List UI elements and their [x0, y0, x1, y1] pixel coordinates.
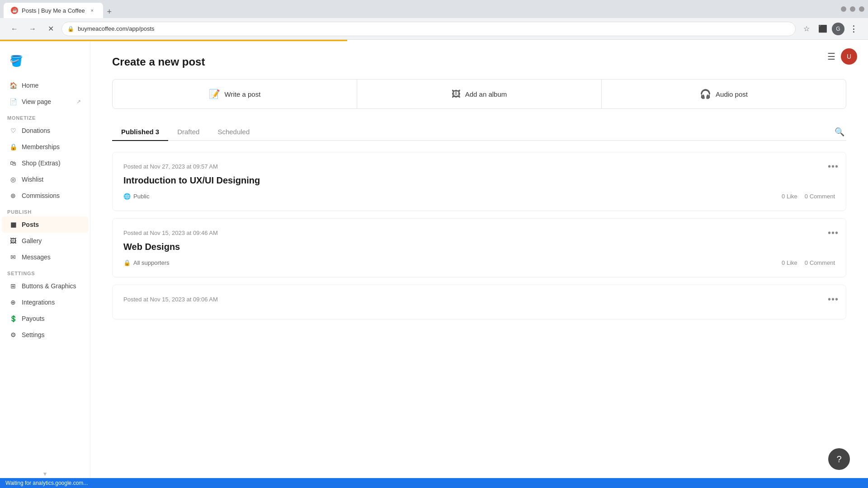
sidebar-item-posts[interactable]: ▦ Posts: [2, 216, 88, 233]
sidebar-item-settings[interactable]: ⚙ Settings: [2, 327, 88, 343]
post-stats-1: 0 Like 0 Comment: [782, 193, 835, 200]
post-meta-3: Posted at Nov 15, 2023 at 09:06 AM: [123, 296, 835, 303]
settings-icon: ⚙: [9, 331, 17, 339]
sidebar-item-integrations[interactable]: ⊕ Integrations: [2, 294, 88, 310]
post-meta-1: Posted at Nov 27, 2023 at 09:57 AM: [123, 163, 835, 170]
sidebar-item-commissions[interactable]: ⊛ Commissions: [2, 188, 88, 204]
post-likes-2: 0 Like: [782, 259, 797, 266]
sidebar-label-posts: Posts: [22, 221, 39, 228]
sidebar-label-integrations: Integrations: [22, 299, 55, 306]
url-text: buymeacoffee.com/app/posts: [78, 25, 155, 32]
post-comments-1: 0 Comment: [805, 193, 835, 200]
user-avatar[interactable]: U: [841, 48, 857, 65]
post-footer-1: 🌐 Public 0 Like 0 Comment: [123, 193, 835, 200]
posts-icon: ▦: [9, 221, 17, 229]
browser-tab-bar: ☕ Posts | Buy Me a Coffee × +: [0, 0, 868, 18]
extensions-button[interactable]: ⬛: [816, 22, 830, 36]
post-visibility-1: 🌐 Public: [123, 193, 149, 200]
post-likes-1: 0 Like: [782, 193, 797, 200]
maximize-button[interactable]: [850, 6, 855, 12]
payouts-icon: 💲: [9, 314, 17, 323]
post-title-2: Web Designs: [123, 242, 835, 252]
sidebar-item-payouts[interactable]: 💲 Payouts: [2, 310, 88, 327]
post-comments-2: 0 Comment: [805, 259, 835, 266]
sidebar-label-gallery: Gallery: [22, 237, 42, 244]
tab-published[interactable]: Published 3: [112, 123, 168, 141]
refresh-button[interactable]: ✕: [43, 22, 58, 36]
sidebar-item-buttons-graphics[interactable]: ⊞ Buttons & Graphics: [2, 278, 88, 294]
write-post-icon: 📝: [209, 89, 220, 99]
audio-post-icon: 🎧: [700, 89, 711, 99]
sidebar-item-home[interactable]: 🏠 Home: [2, 77, 88, 94]
sidebar-label-commissions: Commissions: [22, 192, 60, 199]
page-title: Create a new post: [112, 56, 846, 68]
sidebar-item-shop-extras[interactable]: 🛍 Shop (Extras): [2, 155, 88, 171]
post-visibility-2: 🔒 All supporters: [123, 259, 169, 266]
search-posts-button[interactable]: 🔍: [833, 125, 846, 139]
add-album-button[interactable]: 🖼 Add an album: [357, 80, 602, 108]
messages-icon: ✉: [9, 253, 17, 261]
logo-icon: 🪣: [7, 52, 25, 70]
lock-icon: 🔒: [67, 26, 74, 32]
buttons-icon: ⊞: [9, 282, 17, 290]
sidebar-label-donations: Donations: [22, 127, 50, 134]
bookmark-button[interactable]: ☆: [799, 22, 814, 36]
tab-favicon: ☕: [11, 7, 18, 14]
post-title-1: Introduction to UX/UI Designing: [123, 175, 835, 186]
shop-icon: 🛍: [9, 159, 17, 167]
post-menu-button-1[interactable]: •••: [828, 161, 839, 172]
post-menu-button-2[interactable]: •••: [828, 228, 839, 238]
write-post-button[interactable]: 📝 Write a post: [113, 80, 357, 108]
tab-close-button[interactable]: ×: [89, 7, 96, 14]
post-stats-2: 0 Like 0 Comment: [782, 259, 835, 266]
sidebar-label-view-page: View page: [22, 98, 51, 105]
more-options-button[interactable]: ⋮: [846, 22, 861, 36]
audio-post-label: Audio post: [716, 90, 748, 98]
sidebar-logo: 🪣: [0, 48, 90, 77]
memberships-icon: 🔒: [9, 143, 17, 151]
sidebar-item-donations[interactable]: ♡ Donations: [2, 122, 88, 139]
visibility-icon-1: 🌐: [123, 193, 131, 200]
main-content: ☰ U Create a new post 📝 Write a post 🖼 A…: [90, 41, 868, 488]
section-settings: SETTINGS: [0, 265, 90, 278]
gallery-icon: 🖼: [9, 237, 17, 245]
close-window-button[interactable]: [859, 6, 864, 12]
sidebar-item-wishlist[interactable]: ◎ Wishlist: [2, 171, 88, 188]
add-album-icon: 🖼: [452, 89, 461, 99]
post-menu-button-3[interactable]: •••: [828, 294, 839, 305]
sidebar-item-view-page[interactable]: 📄 View page ↗: [2, 94, 88, 110]
forward-button[interactable]: →: [25, 22, 40, 36]
post-card-3: ••• Posted at Nov 15, 2023 at 09:06 AM: [112, 285, 846, 319]
section-publish: PUBLISH: [0, 204, 90, 216]
create-options-bar: 📝 Write a post 🖼 Add an album 🎧 Audio po…: [112, 79, 846, 109]
post-card-2: ••• Posted at Nov 15, 2023 at 09:46 AM W…: [112, 218, 846, 277]
sidebar-label-buttons: Buttons & Graphics: [22, 282, 76, 290]
sidebar-item-messages[interactable]: ✉ Messages: [2, 249, 88, 265]
add-album-label: Add an album: [465, 90, 507, 98]
external-link-icon: ↗: [76, 99, 81, 105]
sidebar-label-payouts: Payouts: [22, 315, 45, 322]
visibility-label-2: All supporters: [133, 259, 169, 266]
help-icon: ?: [836, 454, 841, 465]
donations-icon: ♡: [9, 127, 17, 135]
new-tab-button[interactable]: +: [103, 5, 116, 18]
view-page-icon: 📄: [9, 98, 17, 106]
sidebar-item-gallery[interactable]: 🖼 Gallery: [2, 233, 88, 249]
active-tab[interactable]: ☕ Posts | Buy Me a Coffee ×: [4, 3, 103, 18]
tab-drafted[interactable]: Drafted: [168, 123, 208, 141]
help-button[interactable]: ?: [828, 448, 850, 470]
back-button[interactable]: ←: [7, 22, 22, 36]
address-bar[interactable]: 🔒 buymeacoffee.com/app/posts: [61, 22, 796, 36]
visibility-label-1: Public: [133, 193, 149, 200]
tab-scheduled[interactable]: Scheduled: [208, 123, 259, 141]
audio-post-button[interactable]: 🎧 Audio post: [602, 80, 846, 108]
wishlist-icon: ◎: [9, 175, 17, 183]
sidebar-label-home: Home: [22, 82, 38, 89]
write-post-label: Write a post: [225, 90, 261, 98]
sidebar-item-memberships[interactable]: 🔒 Memberships: [2, 139, 88, 155]
hamburger-button[interactable]: ☰: [827, 51, 835, 62]
minimize-button[interactable]: [841, 6, 846, 12]
avatar-initials: U: [847, 53, 851, 60]
profile-button[interactable]: G: [832, 23, 844, 35]
visibility-icon-2: 🔒: [123, 259, 131, 266]
